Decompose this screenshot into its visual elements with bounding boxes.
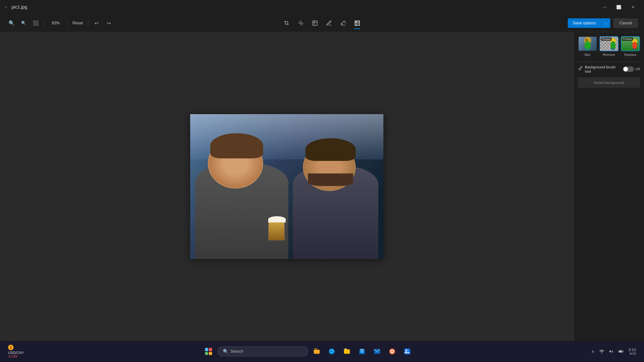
save-options-container: Save options ⌄ Cancel [568, 18, 638, 28]
brush-icon [578, 66, 583, 72]
taskbar-center: 🔍 Search [26, 344, 589, 358]
markup-tool-button[interactable] [323, 17, 336, 30]
adjust-tool-button[interactable] [294, 17, 307, 30]
title-bar: ← pic1.jpg — ⬜ ✕ [0, 0, 644, 14]
volume-icon-area[interactable] [607, 348, 616, 355]
fit-to-window-button[interactable]: ⬛ [30, 18, 41, 29]
person-right-beard [308, 173, 353, 186]
svg-rect-4 [585, 49, 587, 51]
clock-date: 8/19 [630, 352, 636, 355]
person-right [293, 131, 378, 259]
search-placeholder: Search [230, 349, 243, 354]
brush-tool-label: Background brush tool [585, 65, 621, 73]
svg-point-24 [406, 349, 407, 351]
brush-tool-toggle[interactable] [623, 66, 634, 72]
svg-point-0 [300, 22, 302, 24]
replace-thumbnail: Preview [621, 36, 640, 51]
beer-body [268, 222, 285, 241]
save-options-label: Save options [568, 18, 601, 28]
network-icon [599, 349, 604, 354]
toggle-state-label: Off [635, 67, 640, 71]
panel-divider [578, 62, 640, 62]
taskbar-edge-browser[interactable] [325, 345, 338, 358]
canvas-area [0, 32, 574, 341]
search-bar[interactable]: 🔍 Search [218, 346, 308, 356]
blur-label: Blur [585, 53, 590, 57]
svg-rect-10 [613, 48, 615, 50]
taskbar-creative-app[interactable] [386, 345, 399, 358]
clock-time: 2:12 [629, 347, 636, 352]
svg-rect-5 [588, 49, 590, 51]
reset-button[interactable]: Reset [70, 20, 85, 26]
save-options-dropdown-arrow[interactable]: ⌄ [601, 19, 610, 28]
redo-button[interactable]: ↪ [103, 18, 114, 29]
svg-rect-28 [619, 351, 622, 352]
search-icon: 🔍 [223, 349, 228, 354]
svg-point-25 [601, 352, 602, 353]
beer-glass [268, 216, 286, 241]
erase-tool-button[interactable] [337, 17, 350, 30]
svg-rect-13 [633, 48, 634, 50]
cancel-button[interactable]: Cancel [613, 18, 638, 28]
background-options-row: Blur Preview Remove [578, 36, 640, 57]
brush-tool-row: Background brush tool Off [578, 65, 640, 73]
taskbar-photos-app[interactable] [401, 345, 414, 358]
right-panel: Blur Preview Remove [574, 32, 644, 341]
start-icon-cell-4 [209, 352, 212, 355]
person-right-hair [305, 138, 356, 161]
volume-icon [609, 349, 614, 354]
taskbar-mail[interactable] [371, 345, 384, 358]
svg-rect-23 [404, 348, 410, 354]
filter-tool-button[interactable] [308, 17, 321, 30]
save-options-button[interactable]: Save options ⌄ [568, 18, 611, 28]
undo-button[interactable]: ↩ [91, 18, 102, 29]
background-tool-button[interactable] [351, 17, 364, 30]
title-bar-left: ← pic1.jpg [4, 5, 27, 10]
start-icon-cell-3 [205, 352, 208, 355]
toolbar-center-tools [280, 17, 364, 30]
remove-option[interactable]: Preview Remove [599, 36, 619, 57]
minimize-button[interactable]: — [598, 2, 612, 12]
system-clock[interactable]: 2:12 8/19 [627, 346, 638, 356]
svg-point-22 [391, 351, 393, 352]
replace-option[interactable]: Preview Replace [621, 36, 640, 57]
svg-rect-14 [635, 48, 636, 50]
toggle-container: Off [623, 66, 640, 72]
widget-currency: USD/CNY [8, 351, 24, 355]
taskbar: 1 USD/CNY -0.13% 🔍 Search [0, 341, 644, 362]
svg-point-6 [586, 39, 588, 41]
toolbar: 🔍 🔍 ⬛ 83% Reset ↩ ↪ [0, 14, 644, 32]
replace-preview-badge: Preview [622, 37, 633, 41]
window-controls: — ⬜ ✕ [598, 2, 640, 12]
start-icon [205, 348, 212, 355]
taskbar-file-explorer[interactable] [310, 345, 323, 358]
start-icon-cell-2 [209, 348, 212, 351]
zoom-level: 83% [50, 21, 62, 25]
reset-background-button[interactable]: Reset background [578, 77, 640, 88]
separator2 [67, 19, 67, 27]
taskbar-folder[interactable] [340, 345, 353, 358]
maximize-button[interactable]: ⬜ [612, 2, 626, 12]
crop-tool-button[interactable] [280, 17, 293, 30]
svg-rect-15 [314, 350, 319, 354]
remove-preview-badge: Preview [601, 37, 612, 41]
currency-widget[interactable]: 1 USD/CNY -0.13% [6, 344, 26, 359]
zoom-in-button[interactable]: 🔍 [18, 18, 29, 29]
battery-icon-area[interactable] [617, 349, 626, 354]
taskbar-store[interactable] [355, 345, 369, 358]
blur-option[interactable]: Blur [578, 36, 597, 57]
back-button[interactable]: ← [4, 5, 9, 10]
svg-rect-1 [313, 21, 317, 25]
start-button[interactable] [202, 344, 216, 358]
start-icon-cell-1 [205, 348, 208, 351]
system-tray-overflow[interactable]: ∧ [589, 348, 596, 355]
network-icon-area[interactable] [597, 348, 606, 355]
close-button[interactable]: ✕ [626, 2, 640, 12]
widget-change: -0.13% [8, 355, 18, 358]
svg-rect-17 [344, 349, 350, 354]
remove-thumbnail: Preview [599, 36, 619, 51]
battery-icon [619, 350, 624, 353]
zoom-out-button[interactable]: 🔍 [6, 18, 17, 29]
widget-badge: 1 [8, 345, 14, 350]
taskbar-right: ∧ 2:12 [589, 346, 638, 356]
